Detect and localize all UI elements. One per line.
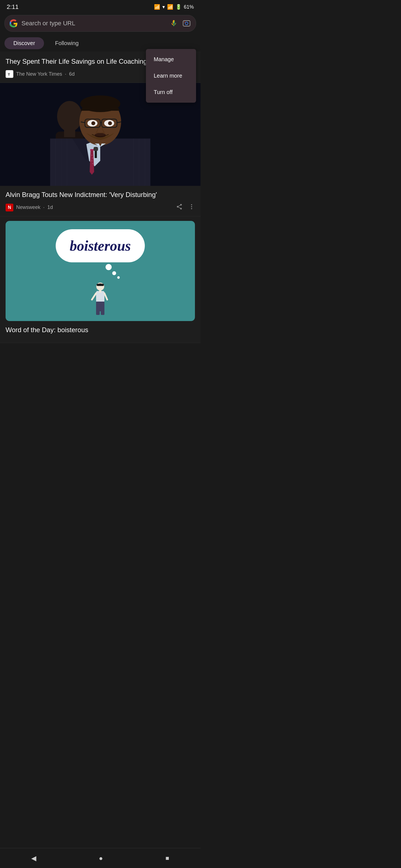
lens-icon[interactable]	[182, 19, 191, 28]
svg-text:T: T	[8, 72, 10, 76]
search-input-placeholder[interactable]: Search or type URL	[22, 20, 166, 27]
wifi-icon: ▾	[162, 4, 165, 10]
status-time: 2:11	[7, 3, 19, 10]
svg-point-30	[92, 163, 93, 164]
svg-rect-41	[96, 309, 100, 315]
svg-rect-11	[64, 129, 75, 137]
card-meta-2: N Newsweek · 1d	[6, 204, 195, 212]
card-title-2: Alvin Bragg Touts New Indictment: 'Very …	[6, 190, 195, 199]
search-action-icons	[169, 19, 191, 28]
svg-point-32	[191, 206, 192, 207]
dropdown-turn-off[interactable]: Turn off	[146, 84, 196, 100]
search-bar[interactable]: Search or type URL	[4, 15, 196, 32]
card-source-2: N Newsweek · 1d	[6, 204, 53, 211]
svg-point-31	[191, 204, 192, 205]
share-icon-2[interactable]	[176, 204, 183, 212]
nyt-logo: T	[6, 70, 13, 78]
search-bar-wrapper: Search or type URL	[0, 13, 200, 35]
stick-figure	[89, 282, 111, 315]
dropdown-menu: Manage Learn more Turn off	[146, 49, 196, 103]
mic-icon[interactable]	[169, 19, 178, 28]
svg-point-27	[91, 155, 92, 156]
bubble-1	[106, 264, 112, 270]
svg-line-39	[105, 293, 107, 300]
dropdown-manage[interactable]: Manage	[146, 51, 196, 68]
word-of-day-image: boisterous	[6, 221, 195, 321]
svg-point-1	[185, 22, 188, 25]
svg-point-33	[191, 208, 192, 209]
svg-rect-35	[97, 284, 104, 286]
svg-point-24	[95, 133, 106, 137]
svg-point-28	[92, 157, 93, 159]
more-icon-2[interactable]	[188, 204, 195, 212]
tab-following[interactable]: Following	[46, 37, 87, 49]
status-icons: 📶 ▾ 📶 🔋 61%	[154, 4, 194, 10]
svg-rect-37	[99, 290, 102, 293]
svg-rect-0	[183, 21, 190, 26]
news-card-2[interactable]: Alvin Bragg Touts New Indictment: 'Very …	[0, 83, 200, 216]
svg-rect-42	[101, 309, 105, 315]
battery-icon: 🔋	[175, 4, 181, 10]
card-content-3: Word of the Day: boisterous	[0, 321, 200, 343]
newsweek-logo: N	[6, 204, 13, 211]
card-source-1: T The New York Times · 6d	[6, 70, 75, 78]
signal-icon: 📶	[167, 4, 173, 10]
source-name-1: The New York Times · 6d	[16, 71, 75, 77]
svg-point-9	[57, 101, 82, 132]
card-content-2: Alvin Bragg Touts New Indictment: 'Very …	[0, 186, 200, 216]
tabs-row: Discover Following Manage Learn more Tur…	[0, 35, 200, 52]
svg-rect-26	[93, 147, 98, 151]
source-name-2: Newsweek · 1d	[16, 205, 53, 210]
svg-point-22	[91, 121, 95, 125]
svg-rect-2	[184, 22, 185, 23]
svg-line-38	[92, 293, 96, 300]
svg-point-29	[91, 160, 92, 161]
dropdown-learn-more[interactable]: Learn more	[146, 68, 196, 84]
google-logo	[9, 19, 18, 28]
card-title-3: Word of the Day: boisterous	[6, 326, 195, 334]
bubble-3	[117, 276, 120, 279]
word-of-day-text: boisterous	[69, 238, 131, 254]
tab-discover[interactable]: Discover	[4, 37, 44, 49]
bluetooth-icon: 📶	[154, 4, 160, 10]
news-card-3[interactable]: boisterous	[0, 216, 200, 343]
battery-level: 61%	[184, 4, 194, 10]
card-actions-2	[176, 204, 195, 212]
bubble-2	[112, 271, 116, 275]
status-bar: 2:11 📶 ▾ 📶 🔋 61%	[0, 0, 200, 13]
svg-point-23	[108, 121, 112, 125]
